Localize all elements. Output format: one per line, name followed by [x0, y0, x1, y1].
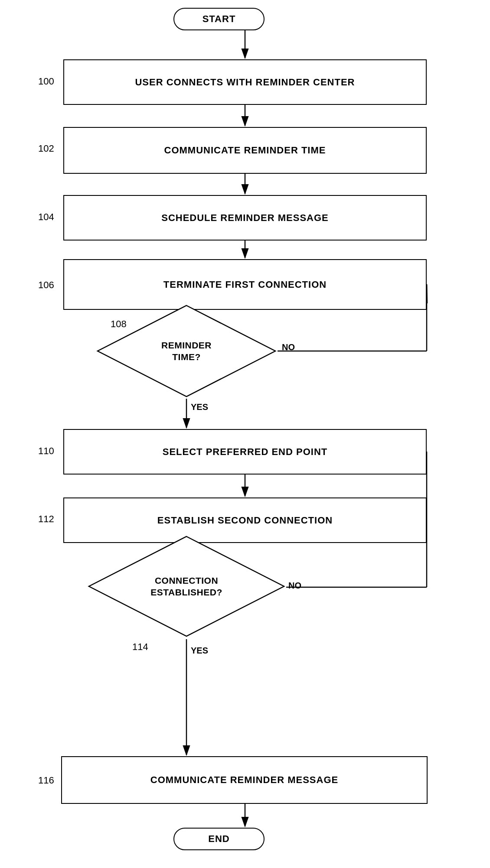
label-102: 102: [38, 143, 54, 154]
process-102: COMMUNICATE REMINDER TIME: [63, 127, 427, 174]
flowchart: START 100 USER CONNECTS WITH REMINDER CE…: [0, 0, 490, 868]
label-114: 114: [132, 641, 148, 653]
process-116: COMMUNICATE REMINDER MESSAGE: [61, 756, 428, 804]
end-terminal: END: [173, 828, 265, 850]
yes-label-108: YES: [191, 402, 208, 412]
process-104: SCHEDULE REMINDER MESSAGE: [63, 195, 427, 241]
label-100: 100: [38, 76, 54, 87]
decision-114: CONNECTION ESTABLISHED?: [87, 534, 286, 638]
process-110: SELECT PREFERRED END POINT: [63, 429, 427, 475]
svg-line-11: [427, 284, 427, 303]
process-100: USER CONNECTS WITH REMINDER CENTER: [63, 59, 427, 105]
process-106: TERMINATE FIRST CONNECTION: [63, 259, 427, 310]
label-110: 110: [38, 445, 54, 457]
no-label-114: NO: [288, 581, 301, 591]
no-label-108: NO: [282, 342, 295, 352]
label-106: 106: [38, 280, 54, 291]
start-terminal: START: [173, 8, 265, 30]
decision-108: REMINDER TIME?: [95, 303, 278, 399]
label-116: 116: [38, 775, 54, 786]
yes-label-114: YES: [191, 646, 208, 656]
label-104: 104: [38, 211, 54, 223]
label-112: 112: [38, 514, 54, 525]
